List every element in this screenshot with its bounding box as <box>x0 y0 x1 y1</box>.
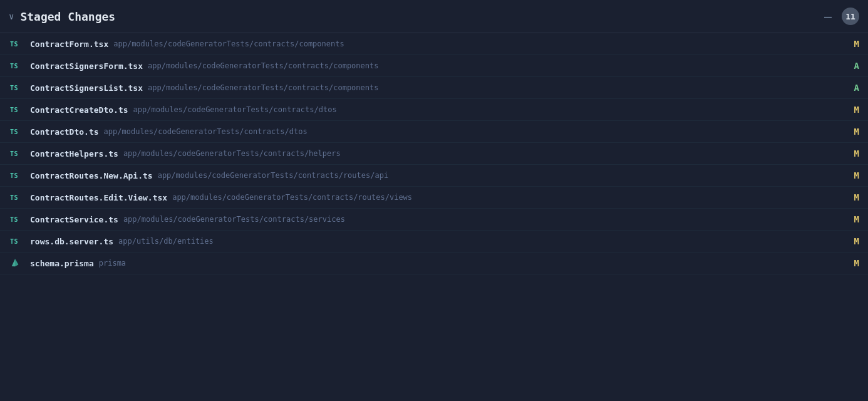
file-path: app/modules/codeGeneratorTests/contracts… <box>123 149 844 158</box>
file-status-badge: M <box>844 236 859 246</box>
staged-changes-panel: ∨ Staged Changes — 11 TSContractForm.tsx… <box>0 0 868 274</box>
prisma-icon <box>10 258 24 268</box>
file-row[interactable]: TSContractHelpers.tsapp/modules/codeGene… <box>0 143 868 165</box>
file-name: ContractSignersList.tsx <box>30 83 143 93</box>
file-row[interactable]: TSContractRoutes.New.Api.tsapp/modules/c… <box>0 165 868 187</box>
file-status-badge: M <box>844 214 859 224</box>
file-row[interactable]: TSrows.db.server.tsapp/utils/db/entities… <box>0 231 868 253</box>
file-name: ContractForm.tsx <box>30 39 108 49</box>
file-path: app/modules/codeGeneratorTests/contracts… <box>123 215 844 224</box>
file-status-badge: A <box>844 61 859 71</box>
file-status-badge: M <box>844 192 859 202</box>
file-name: ContractService.ts <box>30 215 118 224</box>
file-row[interactable]: TSContractSignersForm.tsxapp/modules/cod… <box>0 55 868 77</box>
file-status-badge: M <box>844 258 859 268</box>
file-status-badge: M <box>844 148 859 159</box>
file-path: app/modules/codeGeneratorTests/contracts… <box>172 193 844 202</box>
file-path: app/modules/codeGeneratorTests/contracts… <box>148 83 844 92</box>
file-type-badge: TS <box>10 238 24 245</box>
file-path: app/modules/codeGeneratorTests/contracts… <box>148 61 844 70</box>
file-type-badge: TS <box>10 216 24 223</box>
file-name: ContractHelpers.ts <box>30 149 118 159</box>
chevron-down-icon[interactable]: ∨ <box>9 11 14 21</box>
file-path: app/utils/db/entities <box>118 237 844 246</box>
section-title: Staged Changes <box>20 10 824 23</box>
file-status-badge: M <box>844 170 859 180</box>
file-status-badge: M <box>844 127 859 137</box>
collapse-icon[interactable]: — <box>824 9 832 24</box>
file-type-badge: TS <box>10 172 24 179</box>
file-name: ContractRoutes.New.Api.ts <box>30 171 153 180</box>
file-name: ContractCreateDto.ts <box>30 105 128 115</box>
file-count-badge: 11 <box>842 8 859 25</box>
file-type-badge: TS <box>10 128 24 135</box>
file-name: rows.db.server.ts <box>30 237 113 246</box>
file-row[interactable]: TSContractService.tsapp/modules/codeGene… <box>0 209 868 231</box>
section-header[interactable]: ∨ Staged Changes — 11 <box>0 0 868 33</box>
file-path: app/modules/codeGeneratorTests/contracts… <box>133 105 844 114</box>
file-list: TSContractForm.tsxapp/modules/codeGenera… <box>0 33 868 274</box>
file-status-badge: A <box>844 83 859 93</box>
file-name: ContractDto.ts <box>30 127 99 137</box>
file-type-badge: TS <box>10 85 24 91</box>
file-row[interactable]: TSContractSignersList.tsxapp/modules/cod… <box>0 77 868 99</box>
file-row[interactable]: TSContractCreateDto.tsapp/modules/codeGe… <box>0 99 868 121</box>
file-path: app/modules/codeGeneratorTests/contracts… <box>104 127 844 136</box>
file-name: schema.prisma <box>30 259 94 268</box>
file-name: ContractSignersForm.tsx <box>30 61 143 71</box>
file-type-badge: TS <box>10 150 24 157</box>
file-name: ContractRoutes.Edit.View.tsx <box>30 193 167 202</box>
file-type-badge: TS <box>10 63 24 70</box>
file-path: app/modules/codeGeneratorTests/contracts… <box>113 39 844 48</box>
file-path: app/modules/codeGeneratorTests/contracts… <box>158 171 844 180</box>
file-row[interactable]: TSContractDto.tsapp/modules/codeGenerato… <box>0 121 868 143</box>
file-type-badge: TS <box>10 194 24 201</box>
file-status-badge: M <box>844 105 859 115</box>
file-row[interactable]: TSContractRoutes.Edit.View.tsxapp/module… <box>0 187 868 209</box>
file-row[interactable]: schema.prismaprismaM <box>0 253 868 274</box>
file-status-badge: M <box>844 39 859 49</box>
file-type-badge: TS <box>10 41 24 48</box>
file-row[interactable]: TSContractForm.tsxapp/modules/codeGenera… <box>0 33 868 55</box>
file-type-badge: TS <box>10 107 24 113</box>
file-path: prisma <box>99 259 844 268</box>
